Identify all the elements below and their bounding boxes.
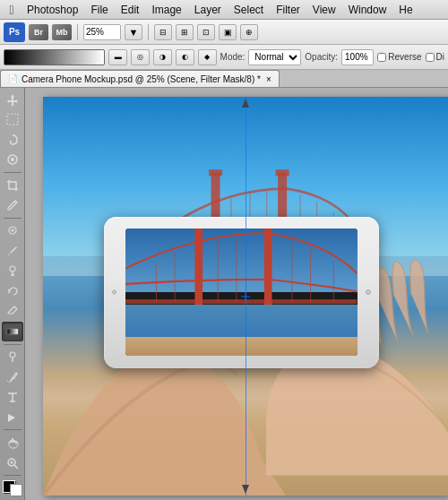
- svg-marker-10: [8, 414, 15, 422]
- pen-tool[interactable]: [2, 367, 23, 386]
- toolbar: [0, 88, 25, 500]
- eraser-tool[interactable]: [2, 302, 23, 321]
- document-tab-title: Camera Phone Mockup.psd @ 25% (Scene, Fi…: [22, 74, 261, 84]
- type-tool[interactable]: [2, 388, 23, 407]
- guide-arrow-bottom: [242, 485, 249, 494]
- svg-rect-29: [264, 228, 272, 307]
- gradient-type-diamond[interactable]: ◆: [198, 49, 217, 65]
- svg-point-3: [11, 158, 14, 161]
- menu-filter[interactable]: Filter: [271, 2, 306, 18]
- menu-layer[interactable]: Layer: [189, 2, 227, 18]
- gradient-type-angle[interactable]: ◑: [153, 49, 172, 65]
- menu-file[interactable]: File: [85, 2, 113, 18]
- options-bar: Ps Br Mb 25% ▼ ⊟ ⊞ ⊡ ▣ ⊕: [0, 20, 448, 45]
- path-selection-tool[interactable]: [2, 408, 23, 427]
- tool-separator-4: [4, 429, 22, 430]
- svg-line-12: [14, 465, 18, 469]
- menu-photoshop[interactable]: Photoshop: [22, 2, 83, 18]
- svg-rect-8: [7, 329, 18, 334]
- zoom-tool-btn[interactable]: [2, 453, 23, 472]
- bridge-button[interactable]: Br: [29, 24, 48, 40]
- document-tab[interactable]: 📄 Camera Phone Mockup.psd @ 25% (Scene, …: [0, 70, 280, 87]
- phone-screen-beach: [125, 337, 357, 356]
- phone-camera: [112, 290, 116, 295]
- eyedropper-tool[interactable]: [2, 195, 23, 214]
- opacity-label: Opacity:: [305, 52, 338, 62]
- tool-separator-3: [4, 344, 22, 345]
- zoom-dropdown[interactable]: ▼: [125, 24, 142, 40]
- view-icon-2[interactable]: ⊞: [176, 24, 194, 40]
- menu-bar:  Photoshop File Edit Image Layer Select…: [0, 0, 448, 20]
- ps-logo: Ps: [4, 22, 25, 42]
- gradient-type-radial[interactable]: ◎: [131, 49, 150, 65]
- svg-marker-0: [7, 94, 18, 106]
- menu-help[interactable]: He: [393, 2, 418, 18]
- phone-screen-water: [125, 305, 357, 337]
- menu-window[interactable]: Window: [343, 2, 392, 18]
- crop-tool[interactable]: [2, 176, 23, 194]
- marquee-tool[interactable]: [2, 109, 23, 128]
- svg-rect-17: [209, 169, 222, 176]
- brush-tool[interactable]: [2, 241, 23, 260]
- menu-image[interactable]: Image: [146, 2, 186, 18]
- move-tool[interactable]: [2, 90, 23, 108]
- opacity-field[interactable]: 100%: [341, 49, 374, 65]
- lasso-tool[interactable]: [2, 130, 23, 149]
- svg-rect-18: [276, 169, 289, 176]
- mode-label: Mode:: [220, 52, 246, 62]
- view-icon-1[interactable]: ⊟: [154, 24, 172, 40]
- minibidge-button[interactable]: Mb: [52, 24, 72, 40]
- gradient-tool[interactable]: [2, 322, 23, 341]
- main-area: [0, 88, 448, 500]
- svg-point-9: [10, 352, 15, 358]
- view-icon-3[interactable]: ⊡: [197, 24, 215, 40]
- menu-select[interactable]: Select: [228, 2, 269, 18]
- view-icon-5[interactable]: ⊕: [240, 24, 258, 40]
- quick-select-tool[interactable]: [2, 150, 23, 168]
- gradient-options-bar: ▬ ◎ ◑ ◐ ◆ Mode: Normal Opacity: 100% Rev…: [0, 45, 448, 70]
- guide-arrow-top: [242, 99, 249, 108]
- menu-view[interactable]: View: [307, 2, 341, 18]
- close-tab-icon[interactable]: ×: [266, 74, 271, 84]
- tool-separator-5: [4, 475, 22, 476]
- apple-menu[interactable]: : [4, 0, 20, 20]
- gradient-type-reflected[interactable]: ◐: [176, 49, 194, 65]
- background-color[interactable]: [10, 484, 22, 496]
- canvas-area: [25, 88, 448, 500]
- zoom-display[interactable]: 25%: [83, 24, 121, 40]
- hand-tool[interactable]: [2, 433, 23, 452]
- mode-dropdown[interactable]: Normal: [248, 49, 301, 65]
- history-tool[interactable]: [2, 281, 23, 300]
- healing-brush-tool[interactable]: [2, 221, 23, 240]
- dither-checkbox[interactable]: Di: [426, 52, 444, 62]
- menu-edit[interactable]: Edit: [116, 2, 145, 18]
- svg-point-7: [10, 266, 15, 272]
- reverse-checkbox[interactable]: Reverse: [377, 52, 421, 62]
- svg-rect-1: [7, 114, 18, 125]
- clone-stamp-tool[interactable]: [2, 262, 23, 280]
- phone-home-button: [366, 289, 371, 295]
- view-icon-4[interactable]: ▣: [219, 24, 237, 40]
- guide-crosshair: [241, 292, 250, 301]
- gradient-type-linear[interactable]: ▬: [108, 49, 127, 65]
- tool-separator-2: [4, 218, 22, 219]
- dodge-tool[interactable]: [2, 348, 23, 366]
- tab-bar: 📄 Camera Phone Mockup.psd @ 25% (Scene, …: [0, 70, 448, 88]
- document-canvas: [43, 97, 448, 496]
- color-picker[interactable]: [3, 480, 22, 496]
- gradient-swatch[interactable]: [4, 49, 105, 65]
- tool-separator-1: [4, 172, 22, 173]
